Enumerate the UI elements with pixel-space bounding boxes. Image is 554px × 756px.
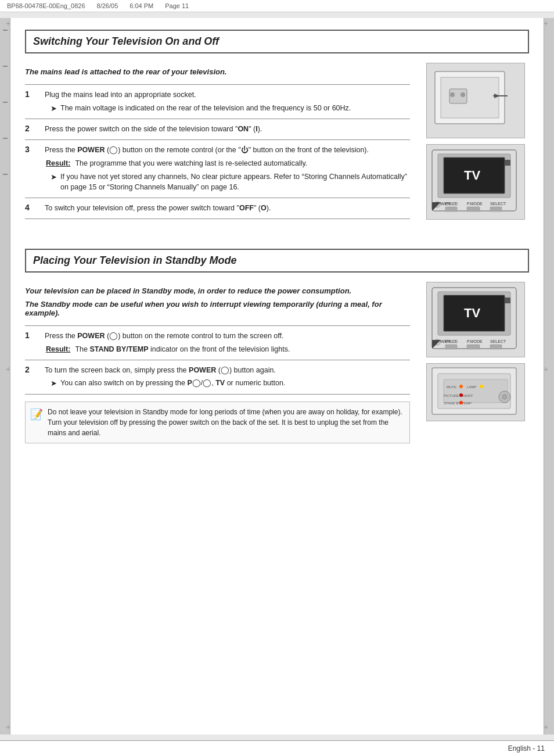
step-content-1: Plug the mains lead into an appropriate … — [42, 85, 410, 119]
tv-front-image: TV POWER P.SIZE P.MODE SELECT — [426, 144, 525, 220]
corner-top-right: + — [540, 17, 552, 29]
svg-text:P.SIZE: P.SIZE — [445, 202, 458, 206]
section2-intro1: Your television can be placed in Standby… — [25, 286, 410, 295]
corner-bottom-right: + — [540, 721, 552, 733]
right-sidebar — [544, 18, 554, 734]
section2-images: TV POWER P.SIZE P.MODE SELECT — [422, 282, 529, 443]
svg-text:P.MODE: P.MODE — [467, 339, 483, 343]
svg-text:LAMP: LAMP — [467, 385, 476, 389]
section1-intro: The mains lead is attached to the rear o… — [25, 67, 410, 76]
svg-point-47 — [502, 395, 507, 399]
file-date: 8/26/05 — [97, 2, 118, 9]
filename: BP68-00478E-00Eng_0826 — [7, 2, 85, 9]
corner-middle-right: + — [540, 363, 552, 375]
step3-arrow: ➤ If you have not yet stored any channel… — [51, 171, 408, 194]
sidebar-mark-3 — [3, 102, 8, 103]
tv-front-svg-2: TV POWER P.SIZE P.MODE SELECT — [429, 285, 522, 354]
svg-point-4 — [461, 92, 465, 97]
section2-text: Your television can be placed in Standby… — [25, 282, 410, 443]
section-divider — [25, 231, 529, 249]
note-text: Do not leave your television in Standby … — [48, 407, 405, 438]
section1-text: The mains lead is attached to the rear o… — [25, 63, 410, 220]
svg-rect-17 — [490, 207, 502, 212]
step-s2-1-text: Press the POWER (◯) button on the remote… — [45, 332, 284, 340]
result-text-1: The programme that you were watching las… — [75, 158, 307, 169]
svg-text:SELECT: SELECT — [490, 339, 506, 343]
sidebar-mark-1 — [3, 30, 8, 31]
tv-front-image-2: TV POWER P.SIZE P.MODE SELECT — [426, 282, 525, 357]
section2-intro2: The Standby mode can be useful when you … — [25, 300, 410, 317]
tv-plug-image — [426, 63, 525, 138]
step-s2-2-arrow: ➤ You can also switch on by pressing the… — [51, 378, 408, 389]
section1-steps: 1 Plug the mains lead into an appropriat… — [25, 84, 410, 219]
svg-text:P.MODE: P.MODE — [467, 202, 483, 206]
file-page: Page 11 — [165, 2, 189, 9]
svg-rect-33 — [505, 298, 510, 303]
svg-point-44 — [459, 393, 463, 397]
result-text-s2: The STAND BY/TEMP indicator on the front… — [75, 344, 290, 355]
svg-rect-31 — [490, 345, 502, 349]
svg-rect-29 — [445, 345, 457, 349]
svg-rect-30 — [467, 345, 480, 349]
step-num-3: 3 — [25, 140, 42, 198]
result-label-1: Result: — [46, 158, 70, 169]
svg-text:TV: TV — [464, 306, 480, 320]
section1-content: The mains lead is attached to the rear o… — [25, 63, 529, 220]
step3-arrow-text: If you have not yet stored any channels,… — [60, 171, 408, 194]
tv-standby-image: MUTE LAMP PICTURE ON/OFF STAND BY/TEMP — [426, 363, 525, 421]
step-num-4: 4 — [25, 198, 42, 219]
svg-text:P.SIZE: P.SIZE — [445, 339, 458, 343]
table-row: 2 Press the power switch on the side of … — [25, 119, 410, 140]
section2-steps: 1 Press the POWER (◯) button on the remo… — [25, 325, 410, 395]
step3-result: Result: The programme that you were watc… — [46, 158, 408, 169]
step3-text: Press the POWER (◯) button on the remote… — [45, 146, 369, 154]
step1-arrow: ➤ The main voltage is indicated on the r… — [51, 103, 408, 114]
section1-images: TV POWER P.SIZE P.MODE SELECT — [422, 63, 529, 220]
step-content-2: Press the power switch on the side of th… — [42, 119, 410, 140]
file-time: 6:04 PM — [129, 2, 153, 9]
step-content-s2-1: Press the POWER (◯) button on the remote… — [42, 326, 410, 360]
arrow-icon-1: ➤ — [51, 103, 57, 114]
step-content-3: Press the POWER (◯) button on the remote… — [42, 140, 410, 198]
table-row: 3 Press the POWER (◯) button on the remo… — [25, 140, 410, 198]
sidebar-mark-4 — [3, 138, 8, 139]
step-num-s2-2: 2 — [25, 360, 42, 394]
step-s2-1-result: Result: The STAND BY/TEMP indicator on t… — [46, 344, 408, 355]
corner-middle-left: + — [2, 363, 14, 375]
svg-text:STAND BY/TEMP: STAND BY/TEMP — [444, 402, 472, 405]
table-row: 4 To switch your television off, press t… — [25, 198, 410, 219]
center-content: Switching Your Television On and Off The… — [10, 18, 544, 734]
footer-text: English - 11 — [508, 744, 545, 753]
sidebar-mark-2 — [3, 66, 8, 67]
svg-text:PICTURE ON/OFF: PICTURE ON/OFF — [444, 394, 473, 397]
svg-point-3 — [450, 92, 455, 97]
svg-rect-37 — [444, 379, 508, 403]
step1-text: Plug the mains lead into an appropriate … — [45, 91, 196, 99]
section1-title: Switching Your Television On and Off — [33, 35, 219, 47]
svg-text:SELECT: SELECT — [490, 202, 506, 206]
step-num-s2-1: 1 — [25, 326, 42, 360]
step-s2-2-text: To turn the screen back on, simply press… — [45, 366, 276, 374]
step4-text: To switch your television off, press the… — [45, 204, 271, 212]
table-row: 1 Plug the mains lead into an appropriat… — [25, 85, 410, 119]
svg-rect-15 — [445, 207, 457, 212]
arrow-icon-3: ➤ — [51, 171, 57, 194]
corner-top-left: + — [2, 17, 14, 29]
svg-rect-19 — [505, 160, 510, 166]
step-num-1: 1 — [25, 85, 42, 119]
main-content: Switching Your Television On and Off The… — [0, 12, 554, 740]
step-content-4: To switch your television off, press the… — [42, 198, 410, 219]
step1-arrow-text: The main voltage is indicated on the rea… — [60, 103, 351, 114]
file-header: BP68-00478E-00Eng_0826 8/26/05 6:04 PM P… — [0, 0, 554, 12]
svg-rect-16 — [467, 207, 480, 212]
arrow-icon-s2: ➤ — [51, 378, 57, 389]
left-sidebar — [0, 18, 10, 734]
step-s2-2-arrow-text: You can also switch on by pressing the P… — [60, 378, 285, 389]
section1-box: Switching Your Television On and Off — [25, 30, 529, 53]
sidebar-mark-5 — [3, 174, 8, 175]
note-box: 📝 Do not leave your television in Standb… — [25, 402, 410, 443]
corner-bottom-left: + — [2, 721, 14, 733]
page-container: BP68-00478E-00Eng_0826 8/26/05 6:04 PM P… — [0, 0, 554, 756]
section2-box: Placing Your Television in Standby Mode — [25, 249, 529, 273]
plug-svg — [429, 66, 522, 135]
